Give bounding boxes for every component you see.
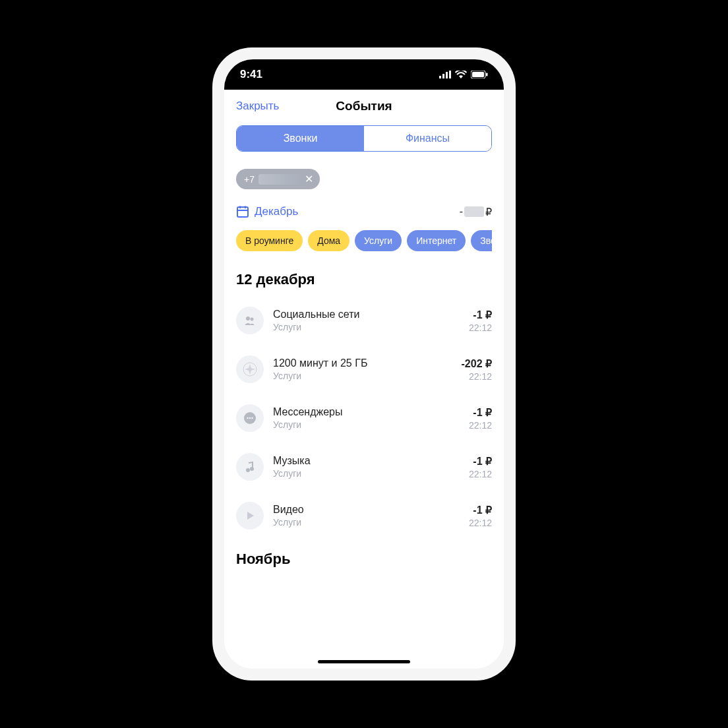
chip-internet[interactable]: Интернет (407, 230, 466, 251)
item-time: 22:12 (469, 420, 492, 431)
item-time: 22:12 (469, 322, 492, 333)
signal-icon (439, 71, 451, 78)
svg-point-11 (246, 317, 250, 320)
chip-services[interactable]: Услуги (355, 230, 402, 251)
nav-bar: Закрыть События (236, 90, 492, 125)
list-item[interactable]: 1200 минут и 25 ГБ Услуги -202 ₽ 22:12 (236, 355, 492, 383)
play-icon (236, 502, 264, 530)
chip-home[interactable]: Дома (308, 230, 349, 251)
chat-icon (236, 404, 264, 432)
music-icon (236, 453, 264, 481)
month-total: - ₽ (460, 206, 492, 218)
item-amount: -1 ₽ (469, 406, 492, 419)
item-time: 22:12 (469, 469, 492, 479)
battery-icon (471, 71, 488, 78)
status-time: 9:41 (240, 68, 262, 81)
month-selector[interactable]: Декабрь (236, 205, 298, 218)
svg-point-12 (251, 318, 254, 321)
svg-point-17 (251, 417, 253, 419)
item-title: 1200 минут и 25 ГБ (273, 357, 462, 369)
section-header-nov: Ноябрь (236, 551, 492, 568)
item-amount: -1 ₽ (469, 309, 492, 321)
month-selector-row: Декабрь - ₽ (236, 205, 492, 218)
svg-point-16 (249, 417, 251, 419)
item-amount: -202 ₽ (462, 357, 492, 370)
item-title: Социальные сети (273, 309, 469, 320)
item-amount: -1 ₽ (469, 504, 492, 516)
amount-prefix: - (460, 206, 463, 218)
list-item[interactable]: Музыка Услуги -1 ₽ 22:12 (236, 453, 492, 481)
item-subtitle: Услуги (273, 371, 462, 381)
item-subtitle: Услуги (273, 322, 469, 332)
month-label: Декабрь (255, 205, 298, 218)
tab-finance[interactable]: Финансы (364, 126, 491, 151)
list-item[interactable]: Мессенджеры Услуги -1 ₽ 22:12 (236, 404, 492, 432)
list-item[interactable]: Видео Услуги -1 ₽ 22:12 (236, 502, 492, 530)
item-time: 22:12 (462, 371, 492, 382)
chip-calls[interactable]: Звонк (471, 230, 492, 251)
svg-rect-5 (472, 72, 484, 77)
item-time: 22:12 (469, 518, 492, 528)
svg-rect-3 (449, 71, 451, 78)
close-icon[interactable]: ✕ (305, 173, 313, 185)
svg-point-19 (250, 467, 254, 471)
home-indicator[interactable] (318, 660, 410, 663)
item-subtitle: Услуги (273, 419, 469, 430)
item-subtitle: Услуги (273, 517, 469, 528)
plan-icon (236, 355, 264, 383)
svg-rect-7 (237, 207, 248, 217)
segmented-control: Звонки Финансы (236, 125, 492, 152)
status-indicators (439, 71, 488, 78)
svg-rect-1 (442, 74, 444, 78)
filter-chips[interactable]: В роуминге Дома Услуги Интернет Звонк (236, 230, 492, 251)
svg-rect-6 (486, 73, 488, 76)
page-title: События (336, 99, 392, 113)
phone-prefix: +7 (244, 174, 255, 185)
item-title: Мессенджеры (273, 406, 469, 418)
phone-screen: 9:41 Закрыть События Звонки (224, 59, 504, 669)
svg-rect-2 (446, 72, 448, 78)
phone-redacted (258, 174, 301, 185)
phone-frame: 9:41 Закрыть События Звонки (212, 47, 516, 681)
people-icon (236, 307, 264, 334)
item-title: Видео (273, 504, 469, 516)
ruble-sign: ₽ (485, 206, 492, 218)
section-header-dec12: 12 декабря (236, 271, 492, 288)
svg-rect-0 (439, 76, 441, 78)
close-button[interactable]: Закрыть (236, 100, 279, 113)
tab-calls[interactable]: Звонки (237, 126, 364, 151)
amount-redacted (464, 206, 484, 217)
phone-number-chip[interactable]: +7 ✕ (236, 169, 320, 189)
calendar-icon (236, 205, 249, 218)
chip-roaming[interactable]: В роуминге (236, 230, 303, 251)
item-amount: -1 ₽ (469, 455, 492, 468)
wifi-icon (455, 71, 467, 78)
notch (295, 59, 433, 80)
list-item[interactable]: Социальные сети Услуги -1 ₽ 22:12 (236, 307, 492, 334)
svg-point-15 (247, 417, 249, 419)
item-title: Музыка (273, 455, 469, 467)
item-subtitle: Услуги (273, 468, 469, 479)
svg-point-18 (246, 468, 250, 472)
